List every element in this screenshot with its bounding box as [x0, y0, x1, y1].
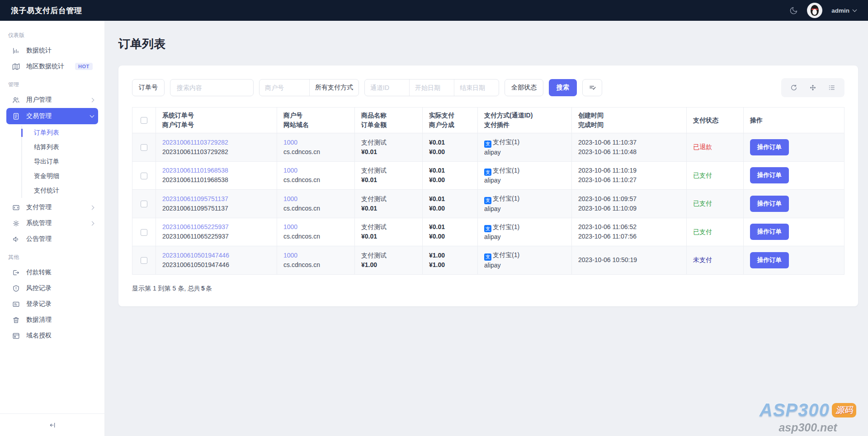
- sidebar-item-payout-transfer[interactable]: 付款转账: [6, 265, 98, 280]
- topbar-right: admin: [789, 3, 856, 18]
- operate-order-button[interactable]: 操作订单: [750, 196, 789, 212]
- users-icon: [12, 96, 20, 104]
- col-header-product: 商品名称订单金额: [355, 108, 423, 133]
- sidebar-item-region-stats[interactable]: 地区数据统计 HOT: [6, 59, 98, 74]
- sys-order-link[interactable]: 2023100611095751137: [162, 195, 228, 202]
- advanced-filter-button[interactable]: [582, 79, 602, 96]
- created-time: 2023-10-06 10:50:19: [578, 255, 680, 265]
- col-header-merchant: 商户号网站域名: [277, 108, 355, 133]
- user-menu[interactable]: admin: [831, 7, 856, 14]
- sys-order-link[interactable]: 2023100611101968538: [162, 167, 228, 174]
- row-checkbox[interactable]: [141, 229, 147, 236]
- merchant-id-link[interactable]: 1000: [283, 195, 297, 202]
- operate-order-button[interactable]: 操作订单: [750, 167, 789, 183]
- channel-id-input[interactable]: [370, 84, 404, 91]
- operate-order-button[interactable]: 操作订单: [750, 252, 789, 268]
- sidebar-item-label: 付款转账: [26, 268, 52, 277]
- sidebar-item-login-records[interactable]: 登录记录: [6, 296, 98, 312]
- paid-amount: ¥0.01: [429, 166, 471, 175]
- sidebar-collapse-button[interactable]: [0, 413, 104, 436]
- sidebar-subitem-order-list[interactable]: 订单列表: [22, 126, 104, 140]
- sidebar-item-payment-management[interactable]: 支付管理: [6, 200, 98, 215]
- merchant-id-link[interactable]: 1000: [283, 252, 297, 259]
- created-time: 2023-10-06 11:10:19: [578, 166, 680, 175]
- table-header-row: 系统订单号商户订单号 商户号网站域名 商品名称订单金额 实际支付商户分成 支付方…: [132, 108, 844, 133]
- end-date-input[interactable]: [460, 84, 493, 91]
- sidebar-item-announcement[interactable]: 公告管理: [6, 231, 98, 247]
- order-amount: ¥1.00: [361, 260, 416, 270]
- sidebar-item-domain-license[interactable]: 域名授权: [6, 328, 98, 343]
- merchant-id-input[interactable]: [265, 84, 304, 91]
- sidebar-item-label: 地区数据统计: [26, 62, 64, 70]
- col-header-order-no: 系统订单号商户订单号: [156, 108, 277, 133]
- product-name: 支付测试: [361, 251, 416, 260]
- sidebar-item-data-stats[interactable]: 数据统计: [6, 43, 98, 58]
- sys-order-link[interactable]: 2023100611103729282: [162, 139, 228, 146]
- row-checkbox[interactable]: [141, 144, 147, 151]
- merchant-share: ¥0.00: [429, 175, 471, 185]
- merchant-id-link[interactable]: 1000: [283, 139, 297, 146]
- sidebar-item-user-management[interactable]: 用户管理: [6, 92, 98, 108]
- sidebar-submenu-trade: 订单列表 结算列表 导出订单 资金明细 支付统计: [21, 126, 104, 198]
- search-input[interactable]: [170, 79, 254, 96]
- order-no-type-select[interactable]: 订单号: [132, 79, 165, 96]
- chevron-right-icon: [90, 98, 94, 102]
- merchant-share: ¥1.00: [429, 260, 471, 270]
- section-label-manage: 管理: [0, 75, 104, 92]
- shield-alert-icon: [12, 285, 20, 292]
- sys-order-link[interactable]: 2023100610501947446: [162, 252, 229, 259]
- table-row: 20231006110957511372023100611095751137 1…: [132, 190, 844, 218]
- alipay-icon: 支: [484, 197, 491, 204]
- table-toolbar: [781, 78, 844, 97]
- status-select[interactable]: 全部状态: [505, 79, 543, 96]
- row-checkbox[interactable]: [141, 173, 147, 179]
- sidebar-item-label: 系统管理: [26, 219, 52, 227]
- pay-method-select[interactable]: 所有支付方式: [309, 80, 359, 96]
- start-date-input[interactable]: [415, 84, 448, 91]
- paid-amount: ¥0.01: [429, 194, 471, 204]
- sidebar-item-risk-records[interactable]: 风控记录: [6, 281, 98, 296]
- refresh-button[interactable]: [787, 80, 801, 95]
- row-checkbox[interactable]: [141, 257, 147, 264]
- site-domain: cs.cdncos.cn: [283, 260, 348, 270]
- sidebar-subitem-export-orders[interactable]: 导出订单: [22, 155, 104, 169]
- status-badge: 已支付: [693, 172, 712, 179]
- dark-mode-toggle[interactable]: [789, 6, 798, 15]
- merchant-id-link[interactable]: 1000: [283, 223, 297, 230]
- product-name: 支付测试: [361, 138, 416, 147]
- product-name: 支付测试: [361, 166, 416, 175]
- pay-method-value: 所有支付方式: [315, 84, 353, 92]
- merchant-id-link[interactable]: 1000: [283, 167, 297, 174]
- sidebar-item-data-cleanup[interactable]: 数据清理: [6, 312, 98, 328]
- column-settings-button[interactable]: [825, 80, 839, 95]
- sidebar-item-label: 数据统计: [26, 47, 52, 55]
- order-no-type-value: 订单号: [139, 84, 158, 92]
- row-checkbox[interactable]: [141, 201, 147, 207]
- order-amount: ¥0.01: [361, 147, 416, 157]
- orders-table: 系统订单号商户订单号 商户号网站域名 商品名称订单金额 实际支付商户分成 支付方…: [132, 107, 844, 275]
- operate-order-button[interactable]: 操作订单: [750, 139, 789, 155]
- filter-check-icon: [589, 84, 596, 92]
- sidebar-subitem-payment-stats[interactable]: 支付统计: [22, 183, 104, 198]
- sidebar-item-trade-management[interactable]: 交易管理: [6, 108, 98, 124]
- sidebar-item-label: 域名授权: [26, 332, 52, 340]
- search-button[interactable]: 搜索: [549, 79, 577, 96]
- sys-order-link[interactable]: 2023100611065225937: [162, 223, 229, 230]
- section-label-other: 其他: [0, 247, 104, 264]
- sidebar-subitem-settlement-list[interactable]: 结算列表: [22, 140, 104, 155]
- watermark-brand: ASP300: [760, 400, 830, 420]
- sidebar-subitem-label: 结算列表: [34, 143, 59, 151]
- sidebar-item-label: 公告管理: [26, 235, 52, 243]
- operate-order-button[interactable]: 操作订单: [750, 224, 789, 240]
- avatar[interactable]: [807, 3, 822, 18]
- page-title: 订单列表: [118, 36, 858, 52]
- site-domain: cs.cdncos.cn: [283, 175, 348, 185]
- col-header-action: 操作: [744, 108, 844, 133]
- product-name: 支付测试: [361, 222, 416, 232]
- select-all-checkbox[interactable]: [141, 117, 147, 124]
- sidebar-item-system-management[interactable]: 系统管理: [6, 216, 98, 231]
- sidebar-subitem-fund-details[interactable]: 资金明细: [22, 169, 104, 183]
- fullscreen-move-button[interactable]: [806, 80, 820, 95]
- sidebar-subitem-label: 订单列表: [34, 129, 59, 137]
- sidebar-item-label: 登录记录: [26, 300, 52, 308]
